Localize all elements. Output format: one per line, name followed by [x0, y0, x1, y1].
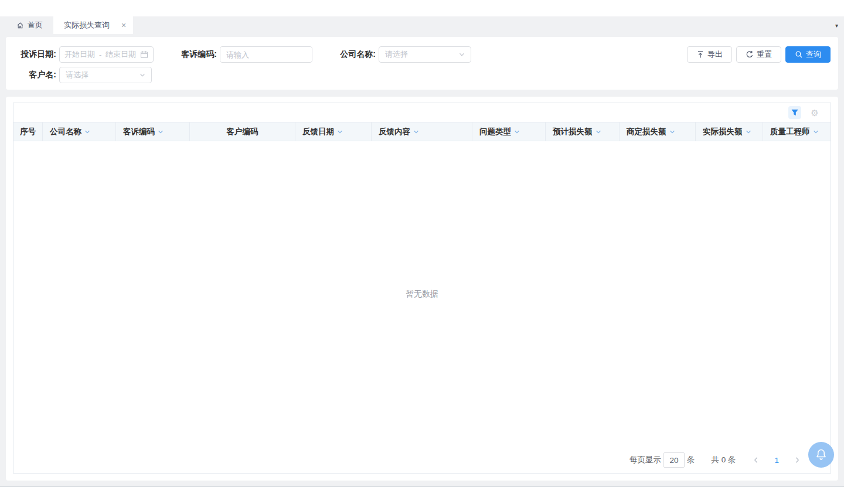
complaint-code-input[interactable] — [220, 47, 312, 62]
total-count: 共 0 条 — [711, 455, 736, 465]
chevron-down-icon — [458, 50, 466, 59]
column-header-complaint-code[interactable]: 客诉编码 — [116, 122, 190, 141]
company-name-placeholder: 请选择 — [385, 49, 408, 60]
complaint-code-label: 客诉编码: — [177, 49, 217, 60]
gear-icon: ⚙ — [811, 108, 818, 117]
column-settings-button[interactable]: ⚙ — [808, 106, 821, 119]
column-header-index: 序号 — [13, 122, 43, 141]
filter-actions: 导出 重置 查询 — [687, 46, 831, 63]
tab-home-label: 首页 — [28, 20, 43, 30]
table-empty-state: 暂无数据 — [13, 141, 831, 447]
column-header-company-name[interactable]: 公司名称 — [43, 122, 116, 141]
filter-panel: 投诉日期: 开始日期 - 结束日期 客诉编码: 公司名称: 请选择 — [6, 37, 838, 90]
funnel-icon — [791, 108, 799, 117]
bell-icon — [814, 448, 828, 462]
sort-caret-icon — [336, 128, 343, 135]
date-separator: - — [99, 50, 101, 59]
reset-button[interactable]: 重置 — [736, 46, 781, 63]
chevron-left-icon — [752, 456, 760, 464]
tab-actual-loss-query[interactable]: 实际损失查询 × — [53, 16, 133, 34]
sort-caret-icon — [513, 128, 520, 135]
column-header-quality-engineer[interactable]: 质量工程师 — [763, 122, 831, 141]
pagination-bar: 每页显示 条 共 0 条 1 — [13, 447, 831, 473]
results-table: ⚙ 序号 公司名称 客诉编码 客户编码 反馈日 — [13, 103, 831, 474]
search-button-label: 查询 — [806, 49, 821, 60]
column-header-estimated-loss[interactable]: 预计损失额 — [546, 122, 620, 141]
export-button-label: 导出 — [707, 49, 723, 60]
prev-page-button[interactable] — [752, 456, 760, 464]
end-date-placeholder: 结束日期 — [106, 49, 136, 60]
per-page-prefix: 每页显示 — [629, 455, 661, 465]
export-button[interactable]: 导出 — [687, 46, 732, 63]
customer-name-select[interactable]: 请选择 — [59, 67, 152, 83]
column-header-customer-code: 客户编码 — [190, 122, 295, 141]
sort-caret-icon — [413, 128, 420, 135]
notification-bell-button[interactable] — [808, 442, 834, 468]
sort-caret-icon — [84, 128, 91, 135]
table-header-row: 序号 公司名称 客诉编码 客户编码 反馈日期 反馈内容 — [13, 122, 831, 141]
results-panel: ⚙ 序号 公司名称 客诉编码 客户编码 反馈日 — [6, 97, 838, 481]
complaint-date-label: 投诉日期: — [18, 49, 56, 60]
customer-name-placeholder: 请选择 — [66, 70, 89, 80]
column-header-actual-loss[interactable]: 实际损失额 — [696, 122, 763, 141]
column-header-agreed-loss[interactable]: 商定损失额 — [620, 122, 696, 141]
filter-row-2: 客户名: 请选择 — [18, 67, 831, 83]
page-number[interactable]: 1 — [774, 456, 779, 465]
chevron-right-icon — [793, 456, 801, 464]
customer-name-label: 客户名: — [18, 70, 56, 80]
empty-state-text: 暂无数据 — [406, 289, 438, 299]
next-page-button[interactable] — [793, 456, 801, 464]
home-icon — [16, 22, 24, 29]
sort-caret-icon — [595, 128, 602, 135]
chevron-down-icon — [138, 71, 147, 79]
company-name-select[interactable]: 请选择 — [379, 46, 471, 63]
column-header-problem-type[interactable]: 问题类型 — [472, 122, 546, 141]
tab-bar: 首页 实际损失查询 × ▾ — [0, 16, 844, 34]
search-icon — [795, 50, 803, 59]
tab-actual-loss-query-label: 实际损失查询 — [64, 20, 110, 30]
calendar-icon — [140, 50, 148, 59]
reset-button-label: 重置 — [757, 49, 772, 60]
per-page-input[interactable] — [663, 452, 685, 468]
sort-caret-icon — [157, 128, 164, 135]
tab-home[interactable]: 首页 — [6, 16, 53, 34]
browser-top-strip — [0, 0, 844, 16]
column-header-feedback-content[interactable]: 反馈内容 — [372, 122, 472, 141]
page-content: 投诉日期: 开始日期 - 结束日期 客诉编码: 公司名称: 请选择 — [0, 34, 844, 487]
search-button[interactable]: 查询 — [785, 46, 831, 63]
column-header-feedback-date[interactable]: 反馈日期 — [295, 122, 372, 141]
filter-row-1: 投诉日期: 开始日期 - 结束日期 客诉编码: 公司名称: 请选择 — [18, 46, 831, 63]
complaint-code-field — [220, 46, 312, 63]
export-icon — [696, 50, 705, 59]
tab-overflow-caret-icon[interactable]: ▾ — [835, 16, 838, 34]
complaint-date-range-input[interactable]: 开始日期 - 结束日期 — [59, 46, 154, 63]
filter-funnel-button[interactable] — [788, 106, 801, 119]
refresh-icon — [746, 50, 754, 59]
sort-caret-icon — [669, 128, 676, 135]
sort-caret-icon — [745, 128, 752, 135]
sort-caret-icon — [812, 128, 819, 135]
start-date-placeholder: 开始日期 — [64, 49, 95, 60]
table-toolbar: ⚙ — [13, 103, 831, 122]
tab-close-icon[interactable]: × — [121, 21, 126, 29]
per-page-suffix: 条 — [687, 455, 695, 465]
company-name-label: 公司名称: — [336, 49, 376, 60]
